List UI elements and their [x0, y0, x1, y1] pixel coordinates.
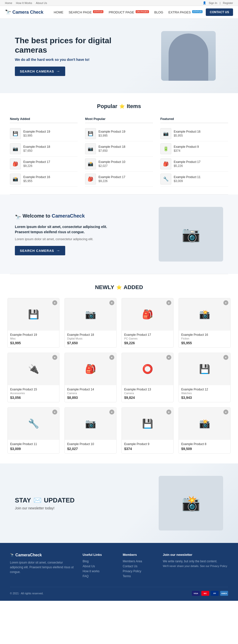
product-card-info: Example Product 9 $374: [122, 440, 173, 453]
wishlist-icon[interactable]: ♥: [166, 410, 171, 414]
footer-link-faq[interactable]: FAQ: [83, 574, 115, 578]
welcome-search-cameras-button[interactable]: SEARCH CAMERAS →: [15, 246, 65, 255]
list-item[interactable]: 🔧 Example Product 11 $3,009: [160, 172, 228, 187]
product-card[interactable]: 🔌 ♥ Example Product 15 Accessories $3,05…: [7, 353, 59, 402]
product-card[interactable]: 📷 ♥ Example Product 18 Digital Music $7,…: [64, 298, 117, 348]
stay-updated-title: STAY ✉️ UPDATED: [15, 496, 75, 504]
product-info: Example Product 10 $2,027: [99, 160, 125, 168]
product-card-image: 🎒 ♥: [65, 353, 116, 385]
product-card-image: 💾 ♥: [8, 298, 59, 330]
register-link[interactable]: Register: [223, 2, 233, 4]
product-info: Example Product 18 $7,650: [23, 145, 50, 152]
popular-col-most-popular: Most Popular 💾 Example Product 19 $3,995…: [85, 117, 153, 187]
product-image: 📷: [10, 143, 21, 154]
nav-blog[interactable]: BLOG: [152, 9, 165, 16]
product-card[interactable]: 📸 ♥ Example Product 16 Fiction $5,955: [179, 298, 231, 348]
stay-updated-section: STAY ✉️ UPDATED Join our newsletter toda…: [0, 464, 238, 543]
hero-search-cameras-button[interactable]: SEARCH CAMERAS →: [15, 66, 65, 76]
wishlist-icon[interactable]: ♥: [52, 300, 57, 305]
wishlist-icon[interactable]: ♥: [52, 355, 57, 360]
footer-grid: 🔭 CameraCheck Lorem ipsum dolor sit amet…: [10, 553, 228, 580]
nav-home[interactable]: HOME: [52, 9, 65, 16]
product-card[interactable]: 🎒 ♥ Example Product 17 PC Games $9,226: [121, 298, 174, 348]
welcome-title: Welcome to CameraCheck: [22, 213, 85, 219]
hero-image: [154, 31, 223, 81]
wishlist-icon[interactable]: ♥: [109, 355, 114, 360]
list-item[interactable]: 🎒 Example Product 17 $9,226: [85, 172, 153, 187]
camera-image-placeholder-2: 📸: [182, 494, 200, 512]
footer-link-terms[interactable]: Terms: [123, 574, 155, 578]
wishlist-icon[interactable]: ♥: [223, 300, 228, 305]
footer-link-privacy-policy[interactable]: Privacy Policy: [123, 570, 155, 573]
wishlist-icon[interactable]: ♥: [109, 410, 114, 414]
arrow-icon: →: [56, 248, 60, 253]
stay-updated-image: 📸: [159, 476, 223, 530]
nav-product-page[interactable]: PRODUCT PAGE ON PAGES: [107, 9, 151, 16]
product-image: 🎒: [160, 158, 171, 170]
list-item[interactable]: 💾 Example Product 19 $3,995: [85, 126, 153, 141]
product-card[interactable]: 💾 ♥ Example Product 9 $374: [121, 407, 174, 454]
topbar-home[interactable]: Home: [5, 2, 12, 4]
footer-logo-text: CameraCheck: [15, 553, 42, 557]
nav-links: HOME SEARCH PAGE STATUS PRODUCT PAGE ON …: [52, 8, 233, 16]
list-item[interactable]: 📸 Example Product 10 $2,027: [85, 156, 153, 172]
product-card[interactable]: 📸 ♥ Example Product 8 $9,509: [179, 407, 231, 454]
hero-subtitle: We do all the hard work so you don't hav…: [15, 58, 119, 62]
wishlist-icon[interactable]: ♥: [166, 355, 171, 360]
sign-in-link[interactable]: Sign In: [209, 2, 217, 4]
list-item[interactable]: 🎒 Example Product 17 $5,226: [160, 156, 228, 172]
product-card[interactable]: 💾 ♥ Example Product 19 Misc $3,995: [7, 298, 59, 348]
extra-pages-badge: STATUS: [192, 10, 203, 13]
product-card[interactable]: ⭕ ♥ Example Product 13 Camera $9,824: [121, 353, 174, 402]
topbar-about-us[interactable]: About Us: [36, 2, 47, 4]
payment-icons: VISA MC PP AMEX: [192, 591, 228, 596]
wishlist-icon[interactable]: ♥: [166, 300, 171, 305]
logo[interactable]: 🔭 CameraCheck: [5, 9, 43, 15]
product-card[interactable]: 🎒 ♥ Example Product 14 Camera $8,893: [64, 353, 117, 402]
popular-col-heading-1: Most Popular: [85, 117, 153, 123]
footer-link-members-area[interactable]: Members Area: [123, 560, 155, 563]
wishlist-icon[interactable]: ♥: [223, 410, 228, 414]
product-grid: 💾 ♥ Example Product 19 Misc $3,995 📷 ♥ E…: [7, 298, 231, 454]
list-item[interactable]: 📸 Example Product 16 $5,955: [10, 172, 78, 187]
nav-extra-pages[interactable]: EXTRA PAGES STATUS: [166, 9, 205, 16]
topbar-how-it-works[interactable]: How It Works: [16, 2, 32, 4]
welcome-logo: 🔭 Welcome to CameraCheck: [15, 213, 119, 221]
product-card[interactable]: 📷 ♥ Example Product 10 $2,027: [64, 407, 117, 454]
star-icon-2: ⭐: [116, 284, 122, 290]
wishlist-icon[interactable]: ♥: [223, 355, 228, 360]
wishlist-icon[interactable]: ♥: [52, 410, 57, 414]
list-item[interactable]: 📷 Example Product 18 $7,650: [85, 141, 153, 156]
product-card-image: 📸 ♥: [179, 298, 230, 330]
footer-link-how-it-works[interactable]: How it works: [83, 570, 115, 573]
footer-link-blog[interactable]: Blog: [83, 560, 115, 563]
hero-title: The best prices for digital cameras: [15, 36, 119, 55]
list-item[interactable]: 🎒 Example Product 17 $9,226: [10, 156, 78, 172]
arrow-icon: →: [56, 69, 60, 74]
product-card-info: Example Product 12 Watches $3,943: [179, 385, 230, 402]
footer-link-contact-us[interactable]: Contact Us: [123, 564, 155, 568]
list-item[interactable]: 📷 Example Product 16 $5,955: [160, 126, 228, 141]
product-image: 🔧: [160, 174, 171, 184]
list-item[interactable]: 💾 Example Product 19 $3,995: [10, 126, 78, 141]
top-bar-left: Home How It Works About Us: [5, 2, 47, 4]
footer-brand-col: 🔭 CameraCheck Lorem ipsum dolor sit amet…: [10, 553, 75, 580]
product-card[interactable]: 💾 ♥ Example Product 12 Watches $3,943: [179, 353, 231, 402]
nav-search-page[interactable]: SEARCH PAGE STATUS: [67, 9, 106, 16]
list-item[interactable]: 📷 Example Product 18 $7,650: [10, 141, 78, 156]
product-card[interactable]: 🔧 ♥ Example Product 11 $3,009: [7, 407, 59, 454]
wishlist-icon[interactable]: ♥: [109, 300, 114, 305]
list-item[interactable]: 🔋 Example Product 9 $374: [160, 141, 228, 156]
product-card-info: Example Product 16 Fiction $5,955: [179, 330, 230, 348]
popular-col-featured: Featured 📷 Example Product 16 $5,955 🔋 E…: [160, 117, 228, 187]
newly-added-title: NEWLY ⭐ ADDED: [7, 284, 231, 290]
footer-bottom: © 2021 · All rights reserved. VISA MC PP…: [10, 587, 228, 596]
product-image: 📸: [85, 158, 96, 170]
hero-section: The best prices for digital cameras We d…: [0, 19, 238, 93]
footer-newsletter-text: We write rarely, but only the best conte…: [163, 560, 228, 563]
envelope-icon: ✉️: [33, 496, 41, 504]
product-card-info: Example Product 10 $2,027: [65, 440, 116, 453]
contact-us-button[interactable]: CONTACT US: [206, 8, 233, 16]
product-info: Example Product 16 $5,955: [174, 130, 201, 137]
footer-link-about[interactable]: About Us: [83, 564, 115, 568]
